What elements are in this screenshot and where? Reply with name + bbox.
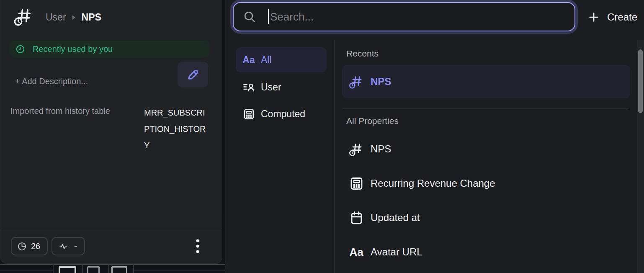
search-icon xyxy=(243,10,256,23)
breadcrumb-parent[interactable]: User xyxy=(46,12,66,23)
all-properties-heading: All Properties xyxy=(346,116,399,126)
chart-count-button[interactable]: 26 xyxy=(11,237,48,255)
table-gridline xyxy=(53,264,54,273)
recently-used-label: Recently used by you xyxy=(33,44,113,54)
scrollbar-thumb[interactable] xyxy=(638,49,643,113)
table-cell-image xyxy=(59,266,76,273)
table-cell-image xyxy=(87,266,100,273)
calculator-icon xyxy=(242,108,256,121)
recents-heading: Recents xyxy=(346,49,379,59)
filter-tab-all[interactable]: Aa All xyxy=(236,47,327,72)
filter-tab-computed[interactable]: Computed xyxy=(236,104,327,124)
popover-footer: 26 - xyxy=(0,228,222,263)
plus-icon xyxy=(587,11,600,23)
clock-icon xyxy=(15,44,25,54)
trend-value: - xyxy=(74,240,77,251)
text-format-icon: Aa xyxy=(348,246,365,259)
search-input[interactable]: Search... xyxy=(233,2,575,31)
calendar-icon xyxy=(348,210,365,226)
property-item-label: Recurring Revenue Change xyxy=(371,178,495,189)
table-cell-image xyxy=(111,266,127,273)
edit-description-button[interactable] xyxy=(178,62,208,88)
recently-used-badge: Recently used by you xyxy=(10,41,209,57)
breadcrumb-chevron-icon xyxy=(72,15,76,21)
filter-tab-label: Computed xyxy=(261,108,305,120)
numeric-history-icon xyxy=(348,73,365,90)
property-item-label: Updated at xyxy=(371,212,420,224)
recent-item-nps[interactable]: NPS xyxy=(342,65,630,98)
recent-item-label: NPS xyxy=(371,76,391,88)
property-details-popover: User NPS Recently used by you + Add Desc… xyxy=(0,0,222,264)
table-gridline xyxy=(0,264,225,265)
create-button[interactable]: Create xyxy=(587,8,637,27)
trend-button[interactable]: - xyxy=(52,237,85,255)
table-gridline xyxy=(0,270,53,270)
create-button-label: Create xyxy=(607,11,637,23)
breadcrumb-current: NPS xyxy=(82,12,101,23)
breadcrumb: User NPS xyxy=(46,12,101,23)
numeric-history-icon xyxy=(13,6,34,27)
import-source-label: Imported from history table xyxy=(10,106,110,116)
table-gridline xyxy=(108,264,109,273)
more-options-button[interactable] xyxy=(188,237,207,255)
filter-tab-label: User xyxy=(261,82,281,93)
chart-count-value: 26 xyxy=(31,242,40,251)
section-divider xyxy=(342,108,629,108)
property-item-nps[interactable]: NPS xyxy=(342,132,630,166)
filter-tab-label: All xyxy=(261,54,272,66)
add-description-button[interactable]: + Add Description... xyxy=(15,77,88,86)
kebab-menu-icon xyxy=(192,238,203,255)
filter-results-divider xyxy=(334,40,335,273)
text-cursor xyxy=(268,9,269,24)
table-gridline xyxy=(82,264,83,273)
calculator-icon xyxy=(348,176,365,191)
property-item-recurring-revenue-change[interactable]: Recurring Revenue Change xyxy=(342,166,630,201)
property-search-overlay: Search... Create Aa All User xyxy=(225,0,644,273)
table-gridline xyxy=(133,264,134,273)
property-item-avatar-url[interactable]: Aa Avatar URL xyxy=(342,235,630,269)
activity-pulse-icon xyxy=(58,241,69,252)
filter-tab-user[interactable]: User xyxy=(236,77,327,97)
search-placeholder: Search... xyxy=(270,10,314,23)
pie-chart-icon xyxy=(17,242,27,251)
text-format-icon: Aa xyxy=(242,54,256,66)
import-source-value: MRR_SUBSCRIPTION_HISTORY xyxy=(144,105,209,154)
table-gridline xyxy=(133,270,225,270)
property-item-updated-at[interactable]: Updated at xyxy=(342,201,630,235)
property-item-label: Avatar URL xyxy=(371,246,422,258)
background-table-sliver xyxy=(0,263,225,273)
numeric-history-icon xyxy=(348,141,365,157)
user-list-icon xyxy=(242,81,256,93)
pencil-icon xyxy=(185,67,201,82)
property-item-label: NPS xyxy=(371,143,391,155)
